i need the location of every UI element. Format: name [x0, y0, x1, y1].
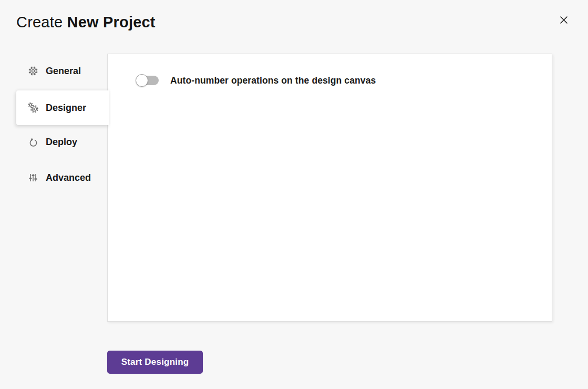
tab-label: General: [46, 66, 81, 77]
page-title: Create New Project: [16, 14, 156, 31]
tab-label: Designer: [46, 103, 86, 114]
auto-number-toggle[interactable]: [136, 74, 159, 87]
close-button[interactable]: [558, 14, 570, 27]
tab-label: Advanced: [46, 172, 91, 183]
auto-number-toggle-label: Auto-number operations on the design can…: [170, 75, 376, 86]
auto-number-setting-row: Auto-number operations on the design can…: [136, 74, 376, 87]
vertical-sliders-icon: [27, 172, 39, 183]
gears-icon: [27, 102, 39, 114]
tab-deploy[interactable]: Deploy: [16, 125, 107, 159]
tab-label: Deploy: [46, 137, 77, 148]
tab-designer[interactable]: Designer: [16, 90, 109, 125]
close-icon: [560, 16, 568, 26]
tab-general[interactable]: General: [16, 54, 107, 88]
start-designing-button[interactable]: Start Designing: [107, 351, 203, 374]
tab-content-panel: [107, 54, 552, 322]
tab-advanced[interactable]: Advanced: [16, 161, 107, 194]
create-new-project-dialog: Create New Project General: [0, 0, 588, 389]
page-title-emphasis: New Project: [67, 14, 156, 30]
toggle-knob: [136, 74, 148, 87]
rotate-ccw-icon: [27, 136, 39, 148]
gear-icon: [27, 65, 39, 77]
page-title-prefix: Create: [16, 14, 63, 30]
